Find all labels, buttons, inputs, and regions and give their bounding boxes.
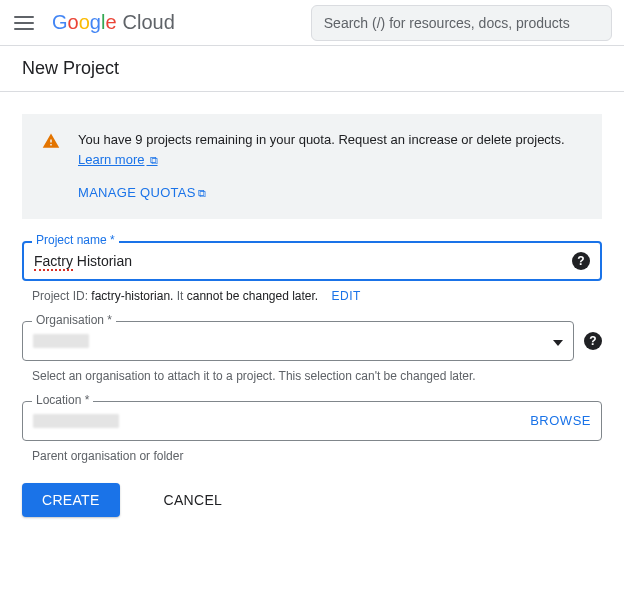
warning-icon — [42, 132, 60, 203]
manage-quotas-link[interactable]: MANAGE QUOTAS ⧉ — [78, 183, 206, 203]
notice-text: You have 9 projects remaining in your qu… — [78, 132, 565, 147]
learn-more-link[interactable]: Learn more ⧉ — [78, 152, 158, 167]
search-placeholder: Search (/) for resources, docs, products — [324, 15, 570, 31]
create-button[interactable]: CREATE — [22, 483, 120, 517]
location-value-redacted — [33, 414, 119, 428]
browse-button[interactable]: BROWSE — [530, 413, 591, 428]
quota-notice: You have 9 projects remaining in your qu… — [22, 114, 602, 219]
chevron-down-icon — [553, 333, 563, 349]
external-link-icon: ⧉ — [198, 185, 206, 202]
project-id-helper: Project ID: factry-historian. It cannot … — [22, 289, 602, 303]
edit-project-id-button[interactable]: EDIT — [332, 289, 361, 303]
project-name-value: Factry Historian — [34, 253, 132, 269]
project-name-input-wrap[interactable]: Factry Historian ? — [22, 241, 602, 281]
organisation-select[interactable] — [22, 321, 574, 361]
logo-cloud-text: Cloud — [123, 11, 175, 34]
cancel-button[interactable]: CANCEL — [144, 483, 243, 517]
notice-body: You have 9 projects remaining in your qu… — [78, 130, 582, 203]
organisation-field: Organisation * ? — [22, 321, 602, 361]
page-title: New Project — [22, 58, 602, 79]
help-icon[interactable]: ? — [584, 332, 602, 350]
help-icon[interactable]: ? — [572, 252, 590, 270]
menu-icon[interactable] — [12, 11, 36, 35]
google-cloud-logo[interactable]: Google Cloud — [52, 11, 175, 34]
action-buttons: CREATE CANCEL — [22, 483, 602, 517]
page-title-bar: New Project — [0, 46, 624, 92]
location-helper: Parent organisation or folder — [22, 449, 602, 463]
organisation-label: Organisation * — [32, 313, 116, 327]
organisation-helper: Select an organisation to attach it to a… — [22, 369, 602, 383]
external-link-icon: ⧉ — [146, 154, 157, 166]
location-input[interactable]: BROWSE — [22, 401, 602, 441]
location-label: Location * — [32, 393, 93, 407]
search-input[interactable]: Search (/) for resources, docs, products — [311, 5, 612, 41]
content-area: You have 9 projects remaining in your qu… — [0, 92, 624, 539]
top-header: Google Cloud Search (/) for resources, d… — [0, 0, 624, 46]
organisation-value-redacted — [33, 334, 89, 348]
location-field: Location * BROWSE — [22, 401, 602, 441]
project-name-field: Project name * Factry Historian ? — [22, 241, 602, 281]
project-name-label: Project name * — [32, 233, 119, 247]
